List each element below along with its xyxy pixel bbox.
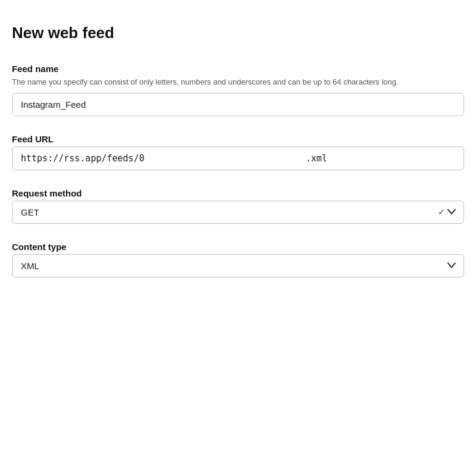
request-method-select[interactable]: GET POST PUT DELETE [12, 201, 464, 224]
request-method-section: Request method GET POST PUT DELETE ✓ [12, 188, 464, 224]
content-type-wrapper: XML JSON HTML TEXT [12, 254, 464, 277]
content-type-label: Content type [12, 242, 464, 252]
content-type-section: Content type XML JSON HTML TEXT [12, 242, 464, 277]
feed-url-input[interactable] [12, 146, 464, 170]
feed-name-input[interactable] [12, 93, 464, 116]
feed-name-section: Feed name The name you specify can consi… [12, 64, 464, 116]
feed-url-wrapper [12, 146, 464, 170]
feed-name-description: The name you specify can consist of only… [12, 76, 464, 88]
feed-name-label: Feed name [12, 64, 464, 74]
request-method-wrapper: GET POST PUT DELETE ✓ [12, 201, 464, 224]
page-title: New web feed [12, 24, 464, 42]
feed-url-label: Feed URL [12, 134, 464, 144]
content-type-select[interactable]: XML JSON HTML TEXT [12, 254, 464, 277]
request-method-label: Request method [12, 188, 464, 198]
feed-url-section: Feed URL [12, 134, 464, 170]
